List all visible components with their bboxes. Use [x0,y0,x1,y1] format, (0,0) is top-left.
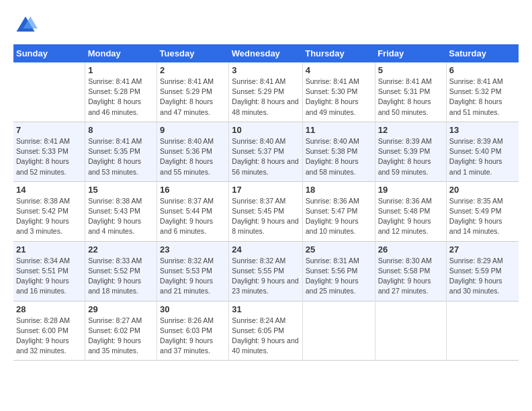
day-cell: 15Sunrise: 8:38 AMSunset: 5:43 PMDayligh… [85,181,157,241]
day-info: Sunrise: 8:30 AMSunset: 5:58 PMDaylight:… [378,256,443,297]
day-cell [13,62,85,122]
day-number: 27 [449,244,516,255]
day-cell: 27Sunrise: 8:29 AMSunset: 5:59 PMDayligh… [446,241,519,301]
day-info: Sunrise: 8:36 AMSunset: 5:48 PMDaylight:… [378,196,443,237]
day-info: Sunrise: 8:39 AMSunset: 5:39 PMDaylight:… [378,136,443,177]
day-info: Sunrise: 8:32 AMSunset: 5:53 PMDaylight:… [160,256,226,297]
day-cell: 24Sunrise: 8:32 AMSunset: 5:55 PMDayligh… [229,241,302,301]
day-info: Sunrise: 8:41 AMSunset: 5:31 PMDaylight:… [378,77,443,118]
day-info: Sunrise: 8:27 AMSunset: 6:02 PMDaylight:… [88,316,154,357]
logo-icon [13,13,38,38]
day-cell: 31Sunrise: 8:24 AMSunset: 6:05 PMDayligh… [229,301,302,361]
day-cell: 16Sunrise: 8:37 AMSunset: 5:44 PMDayligh… [157,181,229,241]
day-info: Sunrise: 8:37 AMSunset: 5:45 PMDaylight:… [232,196,299,237]
day-cell: 10Sunrise: 8:40 AMSunset: 5:37 PMDayligh… [229,122,302,181]
header-cell-friday: Friday [375,44,446,62]
calendar-table: SundayMondayTuesdayWednesdayThursdayFrid… [13,44,519,361]
day-number: 11 [306,125,372,135]
day-cell: 7Sunrise: 8:41 AMSunset: 5:33 PMDaylight… [13,122,85,181]
day-number: 29 [88,304,154,314]
day-number: 23 [160,244,226,255]
logo [13,13,40,38]
day-cell: 29Sunrise: 8:27 AMSunset: 6:02 PMDayligh… [85,301,157,361]
day-cell [375,301,446,361]
day-info: Sunrise: 8:39 AMSunset: 5:40 PMDaylight:… [449,136,516,177]
day-number: 14 [16,185,82,195]
day-number: 19 [378,185,443,195]
day-cell: 8Sunrise: 8:41 AMSunset: 5:35 PMDaylight… [85,122,157,181]
header-cell-saturday: Saturday [446,44,519,62]
day-info: Sunrise: 8:32 AMSunset: 5:55 PMDaylight:… [232,256,299,297]
day-info: Sunrise: 8:26 AMSunset: 6:03 PMDaylight:… [160,316,226,357]
week-row-4: 21Sunrise: 8:34 AMSunset: 5:51 PMDayligh… [13,241,519,301]
day-cell: 18Sunrise: 8:36 AMSunset: 5:47 PMDayligh… [302,181,375,241]
day-number: 5 [378,65,443,75]
day-number: 30 [160,304,226,314]
day-cell [302,301,375,361]
day-number: 20 [449,185,516,195]
day-info: Sunrise: 8:31 AMSunset: 5:56 PMDaylight:… [306,256,372,297]
day-cell: 2Sunrise: 8:41 AMSunset: 5:29 PMDaylight… [157,62,229,122]
calendar-body: 1Sunrise: 8:41 AMSunset: 5:28 PMDaylight… [13,62,519,361]
week-row-5: 28Sunrise: 8:28 AMSunset: 6:00 PMDayligh… [13,301,519,361]
day-cell: 30Sunrise: 8:26 AMSunset: 6:03 PMDayligh… [157,301,229,361]
day-info: Sunrise: 8:40 AMSunset: 5:38 PMDaylight:… [306,136,372,177]
day-info: Sunrise: 8:41 AMSunset: 5:28 PMDaylight:… [88,77,154,118]
day-info: Sunrise: 8:35 AMSunset: 5:49 PMDaylight:… [449,196,516,237]
day-number: 6 [449,65,516,75]
day-cell: 12Sunrise: 8:39 AMSunset: 5:39 PMDayligh… [375,122,446,181]
day-number: 7 [16,125,82,135]
day-info: Sunrise: 8:38 AMSunset: 5:42 PMDaylight:… [16,196,82,237]
day-number: 24 [232,244,299,255]
header-cell-sunday: Sunday [13,44,85,62]
day-cell: 9Sunrise: 8:40 AMSunset: 5:36 PMDaylight… [157,122,229,181]
day-info: Sunrise: 8:29 AMSunset: 5:59 PMDaylight:… [449,256,516,297]
day-info: Sunrise: 8:37 AMSunset: 5:44 PMDaylight:… [160,196,226,237]
day-number: 31 [232,304,299,314]
day-info: Sunrise: 8:38 AMSunset: 5:43 PMDaylight:… [88,196,154,237]
day-number: 16 [160,185,226,195]
day-info: Sunrise: 8:41 AMSunset: 5:29 PMDaylight:… [232,77,299,118]
day-info: Sunrise: 8:41 AMSunset: 5:30 PMDaylight:… [306,77,372,118]
day-cell: 1Sunrise: 8:41 AMSunset: 5:28 PMDaylight… [85,62,157,122]
header-cell-monday: Monday [85,44,157,62]
day-cell: 20Sunrise: 8:35 AMSunset: 5:49 PMDayligh… [446,181,519,241]
day-cell: 13Sunrise: 8:39 AMSunset: 5:40 PMDayligh… [446,122,519,181]
day-number: 2 [160,65,226,75]
day-number: 8 [88,125,154,135]
day-cell: 17Sunrise: 8:37 AMSunset: 5:45 PMDayligh… [229,181,302,241]
day-number: 10 [232,125,299,135]
week-row-3: 14Sunrise: 8:38 AMSunset: 5:42 PMDayligh… [13,181,519,241]
day-info: Sunrise: 8:41 AMSunset: 5:35 PMDaylight:… [88,136,154,177]
day-cell [446,301,519,361]
day-number: 25 [306,244,372,255]
day-info: Sunrise: 8:36 AMSunset: 5:47 PMDaylight:… [306,196,372,237]
day-cell: 19Sunrise: 8:36 AMSunset: 5:48 PMDayligh… [375,181,446,241]
week-row-2: 7Sunrise: 8:41 AMSunset: 5:33 PMDaylight… [13,122,519,181]
day-number: 18 [306,185,372,195]
day-cell: 22Sunrise: 8:33 AMSunset: 5:52 PMDayligh… [85,241,157,301]
day-number: 9 [160,125,226,135]
day-cell: 6Sunrise: 8:41 AMSunset: 5:32 PMDaylight… [446,62,519,122]
day-number: 12 [378,125,443,135]
day-cell: 26Sunrise: 8:30 AMSunset: 5:58 PMDayligh… [375,241,446,301]
day-number: 21 [16,244,82,255]
header-row: SundayMondayTuesdayWednesdayThursdayFrid… [13,44,519,62]
day-info: Sunrise: 8:41 AMSunset: 5:33 PMDaylight:… [16,136,82,177]
day-number: 22 [88,244,154,255]
day-number: 3 [232,65,299,75]
day-cell: 28Sunrise: 8:28 AMSunset: 6:00 PMDayligh… [13,301,85,361]
day-number: 4 [306,65,372,75]
header-cell-wednesday: Wednesday [229,44,302,62]
day-cell: 23Sunrise: 8:32 AMSunset: 5:53 PMDayligh… [157,241,229,301]
day-cell: 5Sunrise: 8:41 AMSunset: 5:31 PMDaylight… [375,62,446,122]
day-cell: 21Sunrise: 8:34 AMSunset: 5:51 PMDayligh… [13,241,85,301]
page-header [13,13,519,38]
day-info: Sunrise: 8:24 AMSunset: 6:05 PMDaylight:… [232,316,299,357]
day-cell: 4Sunrise: 8:41 AMSunset: 5:30 PMDaylight… [302,62,375,122]
day-info: Sunrise: 8:34 AMSunset: 5:51 PMDaylight:… [16,256,82,297]
day-number: 1 [88,65,154,75]
day-number: 13 [449,125,516,135]
day-cell: 11Sunrise: 8:40 AMSunset: 5:38 PMDayligh… [302,122,375,181]
day-number: 17 [232,185,299,195]
